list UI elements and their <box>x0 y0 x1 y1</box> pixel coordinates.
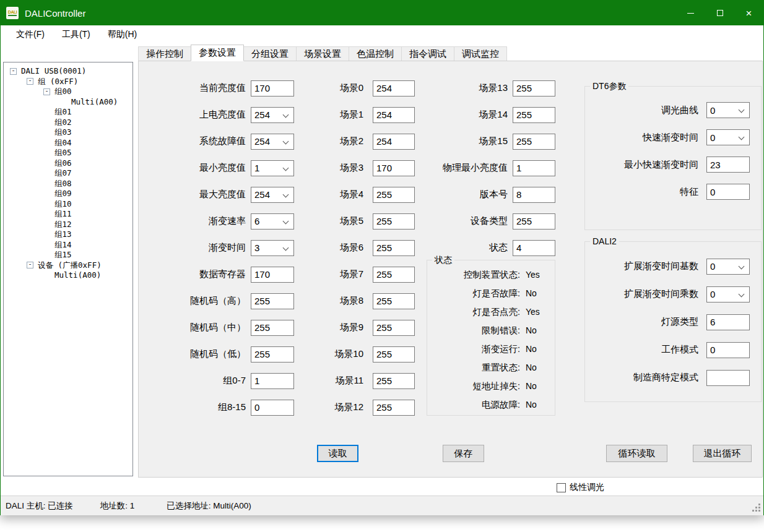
tree-item[interactable]: 组02 <box>4 118 132 128</box>
field-control[interactable]: 254 <box>373 107 415 123</box>
loop-read-button[interactable]: 循环读取 <box>606 445 667 462</box>
save-button[interactable]: 保存 <box>443 445 484 462</box>
collapse-icon[interactable] <box>27 262 33 268</box>
linear-dimming-checkbox[interactable]: 线性调光 <box>557 482 604 493</box>
field-control[interactable]: 255 <box>513 213 555 230</box>
tree-item[interactable]: 组15 <box>4 250 132 260</box>
tree-item[interactable]: 组11 <box>4 209 132 220</box>
tree-item[interactable]: 组00 <box>4 87 132 97</box>
tree-item[interactable]: Multi(A00) <box>4 270 132 281</box>
app-icon: DALI <box>6 7 19 19</box>
tree-item[interactable]: DALI USB(0001) <box>4 66 132 77</box>
field-control[interactable]: 8 <box>513 187 555 203</box>
field-control[interactable]: 6 <box>706 314 750 330</box>
chevron-down-icon[interactable] <box>283 138 289 144</box>
form-row: 场景10 255 <box>311 341 415 367</box>
field-control[interactable]: 254 <box>251 134 294 150</box>
field-control[interactable]: 254 <box>251 107 294 123</box>
close-button[interactable]: × <box>734 1 763 25</box>
field-control[interactable]: 0 <box>706 259 750 275</box>
field-control[interactable]: 255 <box>373 373 415 389</box>
read-button[interactable]: 读取 <box>317 445 358 462</box>
tree-item[interactable]: 组05 <box>4 148 132 158</box>
field-control[interactable]: 255 <box>251 293 294 309</box>
field-control[interactable]: 4 <box>513 240 555 256</box>
field-control[interactable]: 255 <box>513 80 555 97</box>
maximize-button[interactable] <box>705 1 734 25</box>
field-control[interactable]: 255 <box>373 400 415 416</box>
tree-item[interactable]: 组07 <box>4 168 132 179</box>
chevron-down-icon[interactable] <box>283 244 289 251</box>
tree-item[interactable]: 组06 <box>4 158 132 169</box>
tree-item[interactable]: 组14 <box>4 240 132 251</box>
tree-item[interactable]: 组03 <box>4 127 132 138</box>
tab[interactable]: 调试监控 <box>454 46 507 61</box>
field-control[interactable]: 170 <box>251 267 294 283</box>
menu-item[interactable]: 文件(F) <box>7 26 53 43</box>
field-control[interactable]: 255 <box>373 213 415 230</box>
menu-item[interactable]: 帮助(H) <box>99 26 145 43</box>
chevron-down-icon[interactable] <box>283 191 289 197</box>
field-control[interactable]: 0 <box>706 102 750 118</box>
tab[interactable]: 参数设置 <box>191 45 244 61</box>
resize-grip-icon[interactable] <box>752 504 761 512</box>
field-control[interactable]: 255 <box>251 320 294 336</box>
tree-item[interactable]: 设备 (广播0xFF) <box>4 260 132 271</box>
tree-item[interactable]: 组 (0xFF) <box>4 77 132 87</box>
tree-item[interactable]: 组01 <box>4 107 132 118</box>
field-control[interactable] <box>706 370 750 386</box>
field-control[interactable]: 255 <box>373 346 415 363</box>
tree-item[interactable]: 组12 <box>4 220 132 230</box>
tab[interactable]: 场景设置 <box>296 46 349 61</box>
field-control[interactable]: 1 <box>251 160 294 176</box>
field-control[interactable]: 170 <box>251 80 294 97</box>
collapse-icon[interactable] <box>43 88 50 95</box>
chevron-down-icon[interactable] <box>739 291 745 297</box>
tree-item[interactable]: 组09 <box>4 189 132 199</box>
tab[interactable]: 指令调试 <box>401 46 454 61</box>
minimize-button[interactable] <box>676 1 705 25</box>
field-control[interactable]: 255 <box>373 320 415 336</box>
chevron-down-icon[interactable] <box>283 165 289 171</box>
tree-item[interactable]: 组13 <box>4 230 132 240</box>
checkbox-icon[interactable] <box>557 483 566 492</box>
tree-item[interactable]: 组04 <box>4 138 132 148</box>
chevron-down-icon[interactable] <box>739 107 745 113</box>
field-control[interactable]: 254 <box>251 187 294 203</box>
field-control[interactable]: 6 <box>251 213 294 230</box>
tree-item[interactable]: 组10 <box>4 199 132 210</box>
field-control[interactable]: 0 <box>706 184 750 200</box>
chevron-down-icon[interactable] <box>283 111 289 118</box>
field-control[interactable]: 254 <box>373 134 415 150</box>
tab[interactable]: 分组设置 <box>243 46 297 61</box>
menu-item[interactable]: 工具(T) <box>53 26 99 43</box>
field-control[interactable]: 1 <box>251 373 294 389</box>
field-control[interactable]: 255 <box>373 293 415 309</box>
tree-item[interactable]: Multi(A00) <box>4 97 132 108</box>
chevron-down-icon[interactable] <box>739 134 745 140</box>
field-control[interactable]: 254 <box>373 80 415 97</box>
field-control[interactable]: 170 <box>373 160 415 176</box>
field-control[interactable]: 255 <box>373 187 415 203</box>
field-control[interactable]: 0 <box>706 286 750 302</box>
field-control[interactable]: 0 <box>706 129 750 145</box>
field-control[interactable]: 255 <box>513 107 555 123</box>
tab[interactable]: 操作控制 <box>138 46 191 61</box>
field-control[interactable]: 3 <box>251 240 294 256</box>
field-control[interactable]: 255 <box>251 346 294 363</box>
field-control[interactable]: 23 <box>706 157 750 173</box>
tab[interactable]: 色温控制 <box>349 46 402 61</box>
collapse-icon[interactable] <box>10 68 17 75</box>
collapse-icon[interactable] <box>27 78 33 85</box>
chevron-down-icon[interactable] <box>739 263 745 269</box>
field-control[interactable]: 0 <box>251 400 294 416</box>
field-control[interactable]: 255 <box>373 267 415 283</box>
chevron-down-icon[interactable] <box>283 218 289 224</box>
field-control[interactable]: 0 <box>706 342 750 358</box>
field-control[interactable]: 1 <box>513 160 555 176</box>
tree-item[interactable]: 组08 <box>4 179 132 189</box>
field-control[interactable]: 255 <box>373 240 415 256</box>
exit-loop-button[interactable]: 退出循环 <box>693 445 752 462</box>
field-control[interactable]: 255 <box>513 134 555 150</box>
status-row: 灯是否故障: No <box>427 284 555 302</box>
